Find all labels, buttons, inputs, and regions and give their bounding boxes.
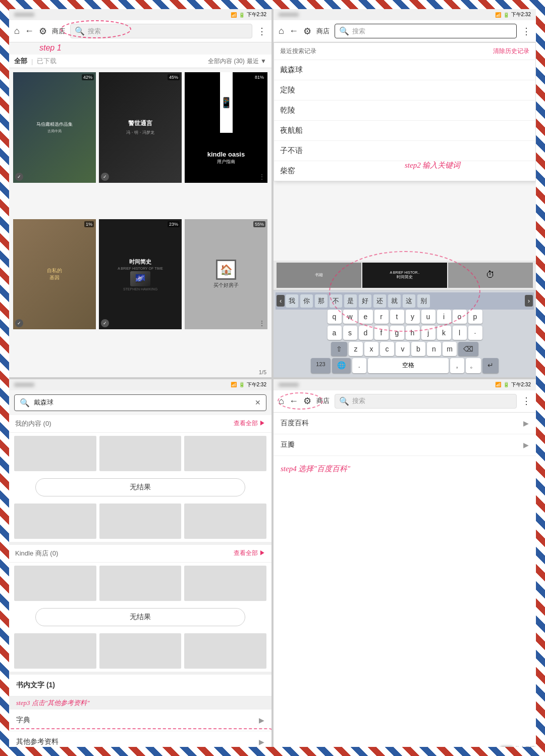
settings-icon-q4[interactable]: ⚙	[303, 395, 311, 407]
dropdown-item-5[interactable]: 子不语	[274, 141, 535, 161]
kb-h[interactable]: h	[406, 326, 420, 340]
kb-d[interactable]: d	[359, 326, 373, 340]
kb-cn-10[interactable]: 别	[417, 294, 430, 308]
kb-cn-6[interactable]: 好	[359, 294, 371, 308]
kb-x[interactable]: x	[364, 342, 378, 356]
kb-cn-8[interactable]: 就	[388, 294, 401, 308]
more-badge-6[interactable]: ⋮	[258, 319, 265, 327]
step3-area: step3 点击"其他参考资料"	[9, 696, 271, 710]
kb-123[interactable]: 123	[311, 358, 330, 373]
kb-cn-1[interactable]: 我	[286, 294, 298, 308]
kb-zh-period[interactable]: 。	[466, 358, 481, 373]
kb-o[interactable]: o	[453, 310, 467, 324]
step3-label: step3 点击"其他参考资料"	[16, 698, 90, 708]
dropdown-item-4[interactable]: 夜航船	[274, 121, 535, 141]
dropdown-item-1[interactable]: 戴森球	[274, 60, 535, 80]
tab-downloaded-q1[interactable]: 已下载	[37, 57, 57, 66]
book-item-1[interactable]: 马伯庸精选作品集 古局中局 42% ✓	[13, 72, 96, 183]
other-resources-row[interactable]: 其他参考资料 ▶	[9, 731, 271, 747]
kb-q[interactable]: q	[328, 310, 342, 324]
status-right-q3: 📶 🔋 下午2:32	[231, 381, 266, 388]
kb-p[interactable]: p	[468, 310, 482, 324]
douban-row[interactable]: 豆瓣 ▶	[274, 434, 536, 456]
search-box-q4[interactable]: 🔍 搜索	[335, 394, 517, 409]
kb-cn-5[interactable]: 是	[344, 294, 357, 308]
my-content-thumbs-2	[9, 500, 271, 542]
kb-backspace[interactable]: ⌫	[458, 342, 478, 356]
book-item-5[interactable]: 时间简史 A BRIEF HISTORY OF TIME 🌌 STEPHEN H…	[99, 219, 182, 330]
shop-icon-q4[interactable]: 商店	[316, 396, 330, 406]
kb-a[interactable]: a	[328, 326, 342, 340]
kb-r[interactable]: r	[374, 310, 389, 324]
kb-g[interactable]: g	[390, 326, 404, 340]
more-badge-3[interactable]: ⋮	[258, 173, 265, 181]
kb-right-arrow[interactable]: ›	[525, 295, 533, 307]
kb-m[interactable]: m	[443, 342, 457, 356]
kb-c[interactable]: c	[380, 342, 394, 356]
kb-row3: ⇧ z x c v b n m ⌫	[276, 342, 534, 356]
kb-j[interactable]: j	[421, 326, 435, 340]
kb-cn-3[interactable]: 那	[315, 294, 328, 308]
search-box-q2[interactable]: 🔍 搜索	[335, 24, 517, 38]
dropdown-item-3[interactable]: 乾陵	[274, 100, 535, 121]
clear-search-btn-q3[interactable]: ✕	[255, 398, 261, 407]
kb-s[interactable]: s	[343, 326, 357, 340]
back-icon-q2[interactable]: ←	[289, 26, 298, 36]
kb-i[interactable]: i	[437, 310, 451, 324]
my-content-more[interactable]: 查看全部 ▶	[234, 419, 265, 428]
back-icon-q4[interactable]: ←	[289, 396, 298, 407]
book-item-3[interactable]: 📱 kindle oasis 用户指南 81% ⋮	[185, 72, 267, 183]
home-icon-q2[interactable]: ⌂	[279, 26, 284, 36]
search-box-q1[interactable]: 🔍 搜索	[70, 24, 252, 38]
kb-y[interactable]: y	[406, 310, 420, 324]
kb-return[interactable]: ↵	[482, 358, 499, 373]
kb-cn-2[interactable]: 你	[300, 294, 313, 308]
kb-cn-7[interactable]: 还	[373, 294, 386, 308]
kb-left-arrow[interactable]: ‹	[277, 295, 285, 307]
kb-k[interactable]: k	[437, 326, 451, 340]
settings-icon-q1[interactable]: ⚙	[39, 26, 47, 37]
kb-u[interactable]: u	[421, 310, 435, 324]
tab-all-q1[interactable]: 全部	[14, 57, 27, 66]
status-bar-q4: 📶 🔋 下午2:32	[274, 379, 536, 390]
kb-t[interactable]: t	[390, 310, 404, 324]
kb-f[interactable]: f	[374, 326, 389, 340]
kb-cn-9[interactable]: 这	[403, 294, 415, 308]
book-item-6[interactable]: 🏠 买个好房子 55% ⋮	[185, 219, 267, 330]
kb-shift[interactable]: ⇧	[331, 342, 347, 356]
more-icon-q4[interactable]: ⋮	[522, 395, 531, 407]
kb-cn-4[interactable]: 不	[330, 294, 342, 308]
filter-label-q1[interactable]: 全部内容 (30)	[208, 57, 245, 66]
kb-l[interactable]: l	[453, 326, 467, 340]
settings-icon-q2[interactable]: ⚙	[303, 26, 311, 37]
book-item-4[interactable]: 自私的 基因 1% ✓	[13, 219, 96, 330]
thumb-9	[184, 566, 266, 601]
book-item-2[interactable]: 警世通言 冯・明・冯梦龙 45% ✓	[99, 72, 182, 183]
kb-b[interactable]: b	[411, 342, 425, 356]
back-icon-q1[interactable]: ←	[25, 26, 34, 36]
sort-label-q1[interactable]: 最近 ▼	[247, 57, 266, 66]
kb-period[interactable]: .	[352, 358, 366, 373]
home-icon-q4[interactable]: ⌂	[279, 396, 284, 407]
more-icon-q1[interactable]: ⋮	[257, 26, 266, 37]
kb-space[interactable]: 空格	[368, 358, 449, 373]
home-icon-q1[interactable]: ⌂	[14, 26, 20, 36]
blurred-name-q1	[14, 13, 34, 17]
kb-v[interactable]: v	[396, 342, 410, 356]
kb-z[interactable]: z	[349, 342, 363, 356]
shop-icon-q2[interactable]: 商店	[316, 27, 330, 36]
kb-comma[interactable]: ,	[450, 358, 464, 373]
clear-history-btn[interactable]: 清除历史记录	[493, 47, 529, 56]
kb-dot[interactable]: ·	[468, 326, 482, 340]
dictionary-row[interactable]: 字典 ▶	[9, 710, 271, 731]
kb-n[interactable]: n	[427, 342, 441, 356]
kb-e[interactable]: e	[359, 310, 373, 324]
kb-w[interactable]: w	[343, 310, 357, 324]
baidu-baike-row[interactable]: 百度百科 ▶	[274, 413, 536, 434]
kindle-store-more[interactable]: 查看全部 ▶	[234, 549, 265, 558]
dropdown-item-2[interactable]: 定陵	[274, 80, 535, 100]
kb-globe[interactable]: 🌐	[332, 358, 351, 373]
kb-chinese-row: ‹ 我 你 那 不 是 好 还 就 这 别 ›	[276, 292, 534, 310]
shop-icon-q1[interactable]: 商店	[52, 27, 65, 36]
more-icon-q2[interactable]: ⋮	[522, 26, 531, 37]
